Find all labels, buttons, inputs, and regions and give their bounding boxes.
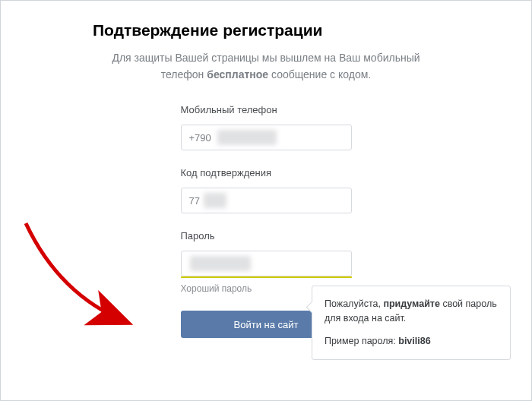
tooltip-l2b: bivili86	[398, 336, 430, 346]
code-field-block: Код подтверждения	[181, 167, 352, 213]
code-input-wrap	[181, 188, 352, 213]
password-label: Пароль	[181, 230, 352, 242]
password-tooltip: Пожалуйста, придумайте свой пароль для в…	[312, 286, 511, 360]
phone-label: Мобильный телефон	[181, 104, 352, 115]
tooltip-l1a: Пожалуйста,	[325, 298, 383, 309]
password-strength-bar	[181, 276, 352, 278]
password-input-wrap	[181, 251, 352, 276]
password-field-block: Пароль Хороший пароль	[181, 230, 352, 294]
code-input[interactable]	[181, 188, 352, 213]
code-label: Код подтверждения	[181, 167, 352, 178]
phone-input[interactable]	[181, 125, 352, 150]
password-input[interactable]	[181, 251, 352, 276]
tooltip-l2a: Пример пароля:	[325, 336, 398, 346]
phone-field-block: Мобильный телефон	[181, 104, 352, 150]
phone-input-wrap	[181, 125, 352, 150]
tooltip-l1b: придумайте	[383, 298, 440, 309]
